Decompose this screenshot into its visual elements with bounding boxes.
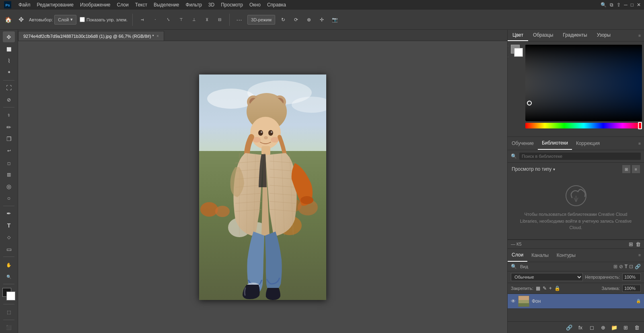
rotate-icon[interactable]: ↻ (278, 15, 288, 25)
panel-collapse-btn[interactable]: ◀ (507, 46, 508, 57)
canvas-viewport[interactable] (18, 41, 507, 333)
align-bottom-icon[interactable]: ⊻ (202, 15, 212, 25)
color-swatches[interactable] (2, 288, 15, 300)
menu-view[interactable]: Просмотр (221, 2, 243, 8)
eraser-tool[interactable] (3, 157, 15, 168)
menu-text[interactable]: Текст (135, 2, 147, 8)
layers-panel-menu[interactable]: ≡ (635, 251, 644, 259)
home-icon[interactable]: 🏠 (3, 15, 13, 25)
layer-select-dropdown[interactable]: Слой ▾ (54, 15, 76, 25)
view-by-type-chevron[interactable]: ▾ (553, 167, 555, 172)
add-mask-btn[interactable]: ◻ (588, 323, 596, 331)
lock-position-icon[interactable]: ✎ (543, 285, 547, 291)
tab-close-btn[interactable]: × (156, 34, 159, 38)
close-btn[interactable]: ✕ (637, 2, 641, 8)
hand-tool[interactable] (3, 259, 15, 270)
layer-icon-4[interactable]: ⊡ (629, 264, 633, 269)
fill-input[interactable] (622, 285, 641, 292)
lock-pixel-icon[interactable]: ▦ (536, 285, 540, 291)
path-selection-tool[interactable]: ◇ (3, 232, 15, 242)
align-right-icon[interactable]: ⤥ (163, 15, 173, 25)
color-fg-bg[interactable] (511, 45, 523, 57)
corrections-tab[interactable]: Коррекция (572, 137, 604, 149)
quick-mask-icon[interactable]: ⬚ (3, 306, 15, 317)
layer-visibility-eye[interactable]: 👁 (511, 298, 516, 304)
window-icon[interactable]: ⧉ (610, 2, 613, 8)
channels-tab[interactable]: Каналы (527, 249, 553, 261)
search-icon[interactable]: 🔍 (601, 2, 607, 8)
grid-view-btn[interactable]: ⊞ (622, 165, 630, 173)
new-layer-icon[interactable]: ⊞ (629, 241, 633, 247)
distribute-icon[interactable]: ⊟ (215, 15, 224, 25)
libraries-tab[interactable]: Библиотеки (538, 137, 572, 150)
align-left-icon[interactable]: ⫤ (138, 15, 147, 25)
clone-stamp-tool[interactable] (3, 133, 15, 144)
new-adjustment-btn[interactable]: ⊕ (599, 323, 607, 331)
menu-3d[interactable]: 3D (208, 2, 214, 8)
more-options-icon[interactable]: ··· (235, 15, 244, 25)
menu-help[interactable]: Справка (267, 2, 286, 8)
new-layer-btn[interactable]: ⊞ (621, 323, 630, 331)
menu-layers[interactable]: Слои (117, 2, 129, 8)
menu-window[interactable]: Окно (249, 2, 261, 8)
patterns-tab[interactable]: Узоры (592, 30, 615, 41)
hue-cursor[interactable] (638, 122, 642, 129)
add-style-btn[interactable]: fx (576, 323, 584, 331)
color-spectrum[interactable] (525, 45, 642, 121)
list-view-btn[interactable]: ≡ (632, 165, 640, 173)
align-middle-icon[interactable]: ⊥ (189, 15, 199, 25)
link-layers-btn[interactable]: 🔗 (565, 323, 573, 331)
arrows-icon[interactable]: ✢ (317, 15, 327, 25)
menu-filter[interactable]: Фильтр (186, 2, 202, 8)
delete-layer-icon[interactable]: 🗑 (636, 241, 641, 247)
lock-artboard-icon[interactable]: + (549, 285, 552, 291)
3d-mode-btn[interactable]: 3D-режим (247, 15, 275, 25)
layer-icon-2[interactable]: ⊘ (619, 264, 623, 269)
pen-tool[interactable] (3, 208, 15, 219)
eyedropper-tool[interactable]: ⊘ (3, 94, 15, 105)
gradients-tab[interactable]: Градиенты (558, 30, 592, 41)
zoom-tool[interactable] (3, 271, 15, 282)
layer-icon-1[interactable]: ⊞ (613, 264, 617, 269)
layers-search-icon[interactable]: 🔍 (511, 264, 517, 269)
dodge-tool[interactable] (3, 192, 15, 203)
hue-strip[interactable] (525, 123, 642, 128)
maximize-btn[interactable]: □ (631, 2, 634, 8)
color-tab[interactable]: Цвет (508, 30, 528, 41)
layer-mode-select[interactable]: Обычные (511, 273, 583, 281)
history-brush-tool[interactable]: ↩ (3, 145, 15, 156)
shape-tool[interactable] (3, 244, 15, 254)
menu-select[interactable]: Выделение (154, 2, 179, 8)
color-panel-menu[interactable]: ≡ (635, 32, 644, 39)
lib-panel-menu[interactable]: ≡ (635, 140, 644, 147)
layer-icon-5[interactable]: 🔗 (635, 264, 641, 269)
color-spectrum-area[interactable] (525, 45, 642, 131)
paths-tab[interactable]: Контуры (553, 249, 580, 261)
delete-layer-btn[interactable]: 🗑 (633, 323, 641, 331)
camera-icon[interactable]: 📷 (330, 15, 339, 25)
lasso-tool[interactable] (3, 55, 15, 66)
loop-icon[interactable]: ⟳ (291, 15, 301, 25)
layers-tab[interactable]: Слои (508, 249, 527, 262)
minimize-btn[interactable]: ─ (624, 2, 628, 8)
learning-tab[interactable]: Обучение (508, 137, 538, 149)
move-tool-icon[interactable]: ✥ (16, 15, 26, 25)
healing-brush-tool[interactable]: ⚕ (3, 110, 15, 120)
blur-tool[interactable] (3, 181, 15, 192)
opacity-input[interactable] (622, 273, 641, 281)
background-color[interactable] (6, 292, 15, 300)
gradient-tool[interactable]: ▥ (3, 169, 15, 180)
crosshair-icon[interactable]: ⊕ (304, 15, 314, 25)
layer-row-background[interactable]: 👁 Фон 🔒 (508, 294, 644, 309)
bg-color-swatch[interactable] (514, 48, 523, 57)
document-tab[interactable]: 9274e4df2cfb7d9a1f48871b30c1b6d8 (1).jpg… (18, 31, 164, 41)
new-group-btn[interactable]: 📁 (610, 323, 618, 331)
screen-mode-icon[interactable]: ⬛ (3, 322, 15, 333)
swatches-tab[interactable]: Образцы (528, 30, 558, 41)
brush-tool[interactable] (3, 122, 15, 132)
move-tool[interactable] (3, 31, 15, 42)
menu-image[interactable]: Изображение (80, 2, 111, 8)
show-transform-checkbox[interactable]: Показать упр. элем. (80, 17, 128, 22)
align-center-h-icon[interactable]: ⬝ (150, 15, 160, 25)
lock-all-icon[interactable]: 🔒 (554, 285, 560, 291)
